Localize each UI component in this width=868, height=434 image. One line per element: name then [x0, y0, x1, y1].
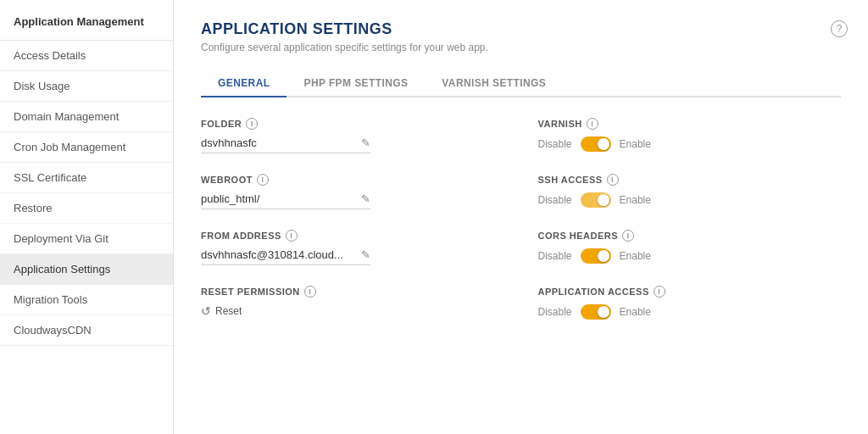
sidebar: Application Management Access Details Di… [0, 0, 174, 434]
webroot-setting: WEBROOT i ✎ [201, 174, 521, 230]
varnish-toggle[interactable] [581, 136, 611, 152]
sidebar-title: Application Management [0, 0, 173, 41]
from-address-edit-icon[interactable]: ✎ [361, 248, 370, 261]
ssh-access-label: SSH ACCESS i [538, 174, 842, 186]
ssh-disable-label: Disable [538, 194, 572, 206]
cors-toggle[interactable] [581, 248, 611, 264]
webroot-input-row: ✎ [201, 192, 370, 209]
cors-toggle-knob [598, 250, 609, 262]
cors-disable-label: Disable [538, 250, 572, 262]
tab-general[interactable]: GENERAL [201, 70, 287, 97]
from-address-input[interactable] [201, 248, 354, 261]
varnish-toggle-knob [598, 138, 609, 150]
reset-button[interactable]: ↺ Reset [201, 304, 487, 318]
reset-permission-setting: RESET PERMISSION i ↺ Reset [201, 286, 521, 340]
ssh-access-setting: SSH ACCESS i Disable Enable [521, 174, 842, 230]
folder-setting: FOLDER i ✎ [201, 118, 521, 174]
application-access-info-icon[interactable]: i [654, 286, 665, 298]
sidebar-item-restore[interactable]: Restore [0, 193, 173, 224]
tab-varnish-settings[interactable]: VARNISH SETTINGS [425, 70, 563, 97]
reset-icon: ↺ [201, 304, 211, 318]
varnish-enable-label: Enable [620, 138, 651, 150]
from-address-setting: FROM ADDRESS i ✎ [201, 230, 521, 286]
from-address-label: FROM ADDRESS i [201, 230, 487, 242]
varnish-setting: VARNISH i Disable Enable [521, 118, 842, 174]
sidebar-item-ssl-certificate[interactable]: SSL Certificate [0, 163, 173, 193]
sidebar-item-access-details[interactable]: Access Details [0, 41, 173, 71]
sidebar-item-application-settings[interactable]: Application Settings [0, 254, 173, 285]
folder-input-row: ✎ [201, 136, 370, 153]
ssh-toggle-row: Disable Enable [538, 192, 842, 208]
reset-button-label: Reset [215, 305, 242, 317]
from-address-info-icon[interactable]: i [286, 230, 298, 242]
varnish-info-icon[interactable]: i [587, 118, 598, 130]
cors-enable-label: Enable [620, 250, 651, 262]
application-access-toggle-row: Disable Enable [538, 304, 842, 320]
cors-headers-label: CORS Headers i [538, 230, 842, 242]
application-access-toggle[interactable] [581, 304, 611, 320]
main-content: ? APPLICATION SETTINGS Configure several… [174, 0, 868, 434]
webroot-edit-icon[interactable]: ✎ [361, 192, 370, 205]
varnish-toggle-row: Disable Enable [538, 136, 842, 152]
cors-headers-info-icon[interactable]: i [622, 230, 634, 242]
sidebar-item-migration-tools[interactable]: Migration Tools [0, 285, 173, 315]
application-access-label: APPLICATION ACCESS i [538, 286, 842, 298]
folder-label: FOLDER i [201, 118, 487, 130]
ssh-access-info-icon[interactable]: i [607, 174, 619, 186]
sidebar-item-domain-management[interactable]: Domain Management [0, 102, 173, 132]
tabs: GENERAL PHP FPM SETTINGS VARNISH SETTING… [201, 70, 841, 97]
folder-info-icon[interactable]: i [246, 118, 258, 130]
sidebar-item-cloudwayscdn[interactable]: CloudwaysCDN [0, 315, 173, 346]
sidebar-item-cron-job-management[interactable]: Cron Job Management [0, 132, 173, 163]
tab-php-fpm-settings[interactable]: PHP FPM SETTINGS [287, 70, 425, 97]
cors-headers-setting: CORS Headers i Disable Enable [521, 230, 842, 286]
page-title: APPLICATION SETTINGS [201, 20, 841, 38]
app-access-enable-label: Enable [620, 306, 651, 318]
application-access-toggle-knob [598, 306, 609, 318]
settings-grid: FOLDER i ✎ VARNISH i Disable Enable [201, 118, 841, 340]
ssh-enable-label: Enable [620, 194, 651, 206]
page-subtitle: Configure several application specific s… [201, 42, 841, 53]
ssh-toggle-knob [598, 194, 609, 206]
webroot-input[interactable] [201, 192, 354, 205]
reset-permission-info-icon[interactable]: i [304, 286, 316, 298]
cors-toggle-row: Disable Enable [538, 248, 842, 264]
sidebar-item-disk-usage[interactable]: Disk Usage [0, 71, 173, 102]
webroot-info-icon[interactable]: i [257, 174, 269, 186]
reset-permission-label: RESET PERMISSION i [201, 286, 487, 298]
sidebar-item-deployment-via-git[interactable]: Deployment Via Git [0, 224, 173, 254]
from-address-input-row: ✎ [201, 248, 370, 265]
help-icon[interactable]: ? [831, 20, 848, 37]
varnish-label: VARNISH i [538, 118, 842, 130]
application-access-setting: APPLICATION ACCESS i Disable Enable [521, 286, 842, 340]
ssh-toggle[interactable] [581, 192, 611, 208]
varnish-disable-label: Disable [538, 138, 572, 150]
webroot-label: WEBROOT i [201, 174, 487, 186]
folder-input[interactable] [201, 136, 354, 149]
folder-edit-icon[interactable]: ✎ [361, 136, 370, 149]
app-access-disable-label: Disable [538, 306, 572, 318]
